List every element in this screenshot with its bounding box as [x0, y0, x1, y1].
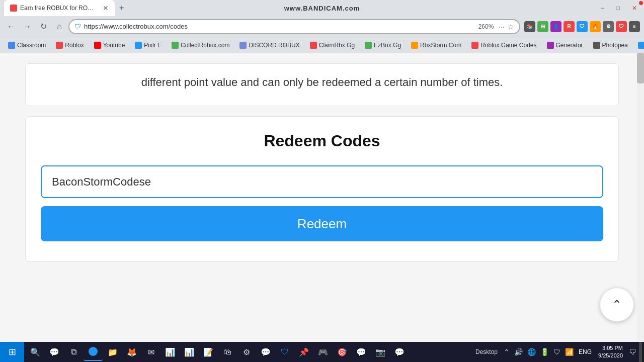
taskbar-browser[interactable]: [84, 343, 103, 361]
start-button[interactable]: ⊞: [0, 342, 24, 362]
chevron-up-icon: ⌃: [612, 298, 622, 312]
more-options-icon[interactable]: ···: [499, 23, 505, 31]
generator-favicon: [547, 42, 554, 49]
language-indicator: ENG: [577, 348, 594, 355]
taskbar-roblox[interactable]: 🎯: [333, 343, 351, 361]
redeem-button[interactable]: Redeem: [41, 206, 603, 241]
taskbar-mail[interactable]: ✉: [142, 343, 160, 361]
home-button[interactable]: ⌂: [52, 20, 66, 34]
notification-dot: [639, 1, 643, 5]
bookmark-collectrobux-label: CollectRobux.com: [181, 42, 229, 49]
taskbar-discord[interactable]: 💬: [352, 343, 370, 361]
bookmark-star-icon[interactable]: ☆: [508, 23, 514, 31]
code-input[interactable]: [41, 165, 603, 198]
notification-center-icon[interactable]: 🗨: [627, 347, 637, 357]
top-text: different point value and can only be re…: [141, 76, 503, 88]
bookmark-roblox-codes[interactable]: Roblox Game Codes: [467, 41, 540, 50]
scroll-up-button[interactable]: ⌃: [600, 288, 634, 322]
bookmark-ezbux[interactable]: EzBux.Gg: [361, 41, 405, 50]
photopea-favicon: [593, 42, 600, 49]
bookmark-photopea[interactable]: Photopea: [589, 41, 632, 50]
bookmark-collectrobux[interactable]: CollectRobux.com: [168, 41, 233, 50]
bookmark-roblox-codes-label: Roblox Game Codes: [480, 42, 536, 49]
pixlr-favicon: [135, 42, 142, 49]
new-tab-button[interactable]: +: [115, 1, 129, 15]
taskbar-messenger[interactable]: 💬: [390, 343, 409, 361]
redeem-section: Redeem Codes Redeem: [25, 116, 619, 262]
bandicam-watermark: www.BANDICAM.com: [284, 5, 360, 12]
battery-icon[interactable]: 🔋: [539, 347, 550, 357]
taskbar-firefox[interactable]: 🦊: [123, 343, 141, 361]
ext-fire-icon[interactable]: 🔥: [590, 21, 601, 32]
taskbar-word[interactable]: 📝: [199, 343, 217, 361]
speaker-icon[interactable]: 🔊: [513, 347, 524, 357]
clock-date: 9/25/2020: [598, 352, 623, 359]
ext-menu-icon[interactable]: ≡: [629, 21, 640, 32]
roblox-codes-favicon: [471, 42, 478, 49]
tab-close-button[interactable]: ✕: [103, 4, 109, 12]
bookmark-pixlr[interactable]: Pixlr E: [131, 41, 166, 50]
ext-settings-icon[interactable]: ⚙: [603, 21, 614, 32]
bookmark-discord[interactable]: DISCORD ROBUX: [235, 41, 303, 50]
window-controls: − □ ✕: [598, 4, 640, 13]
taskbar-game[interactable]: 🎮: [314, 343, 332, 361]
ext-shield3-icon[interactable]: 🛡: [616, 21, 627, 32]
bookmark-rbxstorm[interactable]: RbxStorm.Com: [407, 41, 465, 50]
system-clock[interactable]: 3:05 PM 9/25/2020: [595, 344, 626, 360]
scrollbar-track[interactable]: [637, 53, 644, 342]
rbxstorm-favicon: [411, 42, 418, 49]
taskbar-search[interactable]: 🔍: [26, 343, 44, 361]
taskbar-settings-app[interactable]: ⚙: [237, 343, 256, 361]
active-tab[interactable]: Earn free ROBUX for ROBLOX! ✕: [4, 0, 115, 16]
collectrobux-favicon: [172, 42, 179, 49]
taskbar-defender[interactable]: 🛡: [276, 343, 294, 361]
bookmark-youtube[interactable]: Youtube: [90, 41, 129, 50]
bookmark-discord-label: DISCORD ROBUX: [249, 42, 299, 49]
back-button[interactable]: ←: [4, 20, 18, 34]
clock-time: 3:05 PM: [598, 344, 623, 352]
bookmark-claimrbx[interactable]: ClaimRbx.Gg: [306, 41, 359, 50]
ext-shield2-icon[interactable]: 🛡: [577, 21, 588, 32]
taskbar-pin2[interactable]: 📌: [295, 343, 313, 361]
bookmark-pixlr-label: Pixlr E: [144, 42, 162, 49]
forward-button[interactable]: →: [20, 20, 34, 34]
close-button[interactable]: ✕: [629, 4, 640, 13]
desktop-label[interactable]: Desktop: [472, 348, 501, 355]
bookmark-rbxadder[interactable]: RbxAdder.Com: [634, 41, 644, 50]
show-desktop-button[interactable]: [639, 342, 642, 362]
maximize-button[interactable]: □: [613, 4, 623, 13]
taskbar-taskview[interactable]: ⧉: [64, 343, 83, 361]
tab-title: Earn free ROBUX for ROBLOX!: [20, 5, 97, 12]
discord-favicon: [239, 42, 247, 49]
bookmark-rbxstorm-label: RbxStorm.Com: [420, 42, 461, 49]
rbxadder-favicon: [638, 42, 644, 49]
ext-rbx1-icon[interactable]: R: [564, 21, 575, 32]
scrollbar-thumb[interactable]: [637, 53, 644, 83]
security-icon[interactable]: 🛡: [552, 347, 562, 357]
reload-button[interactable]: ↻: [36, 20, 50, 34]
ext-profile-icon[interactable]: 👤: [550, 21, 561, 32]
bookmark-roblox[interactable]: Roblox: [52, 41, 88, 50]
ext-history-icon[interactable]: 📚: [524, 21, 535, 32]
taskbar-explorer[interactable]: 📁: [104, 343, 122, 361]
redeem-title: Redeem Codes: [264, 132, 380, 150]
taskbar-store[interactable]: 🛍: [218, 343, 236, 361]
network-icon[interactable]: 🌐: [526, 347, 537, 357]
taskbar-whatsapp[interactable]: 💬: [257, 343, 275, 361]
taskbar-camera[interactable]: 📷: [371, 343, 389, 361]
classroom-favicon: [8, 42, 15, 49]
browser-icon: [89, 347, 98, 356]
address-input-wrap[interactable]: 🛡 https://www.collectrobux.com/codes 260…: [68, 19, 520, 34]
ext-tab-icon[interactable]: ⊞: [537, 21, 548, 32]
taskbar-cortana[interactable]: 💬: [45, 343, 63, 361]
bookmark-classroom[interactable]: Classroom: [4, 41, 50, 50]
taskbar-excel[interactable]: 📊: [161, 343, 179, 361]
minimize-button[interactable]: −: [598, 4, 607, 13]
chevron-up-tray-icon[interactable]: ⌃: [502, 347, 511, 357]
bluetooth-icon[interactable]: 📶: [564, 347, 575, 357]
bookmark-generator[interactable]: Generator: [543, 41, 587, 50]
taskbar-ppt[interactable]: 📊: [180, 343, 198, 361]
bookmark-youtube-label: Youtube: [103, 42, 125, 49]
bookmark-photopea-label: Photopea: [602, 42, 628, 49]
ezbux-favicon: [365, 42, 372, 49]
